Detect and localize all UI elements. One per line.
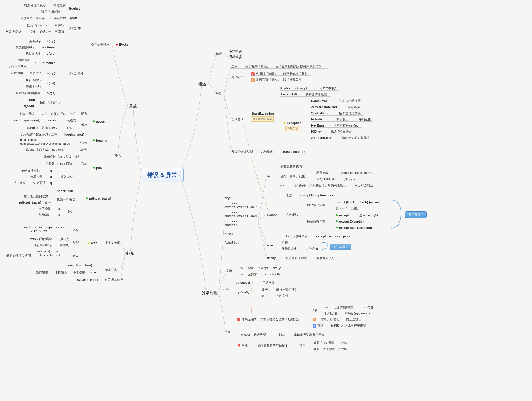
cmds: 调试器命令	[69, 71, 84, 76]
else-b1: 执行语句	[306, 247, 318, 251]
pdb-in3d: 结束调试	[33, 181, 45, 185]
raise-e: raise Exception('')	[68, 263, 94, 267]
ps2a: 捕获	[279, 333, 285, 337]
try-ps-a: 语句块中「异常发生点」后的剩余语句	[294, 183, 346, 188]
ins1: 任意 Python 代码	[27, 23, 50, 27]
w-p1d: 执行完	[60, 237, 69, 241]
base-exc: BaseException	[252, 111, 274, 116]
pdb-mode1: 以参数 -m pdb 启动	[45, 162, 72, 166]
c-quit-d: 退出调试器	[25, 52, 41, 56]
raise-t: 抛出异常	[105, 267, 117, 272]
common-types: 常见类型	[231, 118, 244, 122]
c-help-d: 命令列表	[29, 39, 41, 43]
vs2: try-finally	[235, 290, 249, 295]
ps1-3d: 被捕捉 or 造成主程序报错	[331, 323, 366, 328]
ps3a: 处理并忽略所有错误！	[257, 344, 288, 348]
except-b2a: except	[336, 213, 349, 218]
c-next: n(ext)	[47, 81, 55, 85]
raise-a: 不带参数	[73, 270, 85, 274]
w-eg2: 保证文件可以关闭	[6, 253, 31, 258]
ps1: 1如果无法将「异常」交给合适的「处理器」	[237, 317, 300, 321]
ps1-eg2: 同时没有	[325, 311, 337, 316]
pst-c1: 查看变量	[39, 207, 51, 211]
as-expr1: assert expression[, arguments]	[12, 118, 57, 122]
finally: finally	[267, 256, 276, 260]
ke-d: 访问不存在的 Key	[334, 123, 358, 128]
ps1-3-text: 直到	[317, 324, 323, 327]
as-eg: e.g.	[67, 125, 72, 130]
zde-d: 除零错误	[348, 105, 360, 109]
ps1-text: 如果无法将「异常」交给合适的「处理器」	[242, 318, 300, 321]
try-a: 需要监测的代码	[280, 164, 302, 169]
exc: Exception	[283, 121, 302, 125]
exc-info-d: 获取异常信息	[105, 278, 123, 282]
else: else	[267, 243, 273, 248]
phase2: 2调用不同「操作」	[251, 78, 280, 82]
ps1-eg2d: 不加参数的 except	[345, 311, 370, 316]
ioe-d: 输入 / 输出错误	[331, 130, 352, 134]
as-expr: 表达式	[67, 118, 76, 122]
as-j1d: 则发生异常	[20, 112, 35, 116]
syntax-err: 语法错误	[229, 49, 242, 53]
pdb: pdb	[92, 166, 102, 170]
pst-c2: 继续运行	[39, 213, 51, 217]
ne: NameError	[311, 99, 327, 103]
other: 其他	[114, 153, 121, 158]
except-b1b: 放入一个「元组」	[336, 206, 360, 211]
pdb-in3: 退出程序	[13, 181, 26, 185]
try: try	[267, 174, 271, 178]
base-note: 所有异常的基类	[251, 116, 274, 122]
try-ps: p.s.	[280, 183, 285, 188]
except-a1: except Exception [as var]	[300, 193, 338, 197]
ioe: IOError	[311, 130, 322, 134]
c-cont-d: 恢复程序执行	[16, 45, 34, 50]
c-step: s(tep)	[47, 71, 55, 75]
c-args-d: 显示当前函数参数	[16, 91, 40, 95]
pp2: 出现异常后	[50, 16, 66, 20]
c-help: h(elp)	[47, 39, 55, 43]
ps2b: 该错误类型及所有子类	[294, 333, 325, 337]
inherit: 都继承自	[261, 150, 273, 154]
vs: vs	[226, 287, 229, 291]
branch-overview: 概述	[198, 81, 206, 87]
except-a: 语法	[286, 193, 292, 197]
try-b1: 层层比较	[316, 171, 329, 175]
ki: KeyboardInterrupt	[280, 86, 307, 90]
vs2b: 维持一致的行为	[276, 288, 298, 292]
branch-supplement: 补充	[126, 251, 134, 256]
as-judge: 判定	[70, 112, 76, 116]
ps3b: 可以	[299, 344, 306, 348]
exception: 异常	[216, 92, 222, 96]
c-step-a: 函数调用	[11, 71, 23, 75]
ins2b: 各个「栈帧」中	[30, 29, 52, 34]
c-break-a1: number	[18, 58, 29, 62]
error: 错误	[216, 52, 222, 56]
ps3c2: 捕获「所有异常」并处理	[313, 347, 347, 351]
pst: pdb.set_trace()	[85, 197, 111, 201]
log-info-d: 允许配置「记录信息」级别	[20, 132, 57, 137]
ins2c: 可查看	[55, 29, 64, 34]
ps2: except + 错误类型	[241, 333, 266, 337]
as-use: 使用	[81, 122, 87, 127]
c-next-b: 前进下一行	[26, 84, 41, 88]
finally-b: 最后都要执行	[316, 256, 335, 260]
def: 定义	[231, 64, 237, 69]
pd2: 调用「调试器」	[41, 10, 63, 14]
try-b: 若有「异常」发生	[280, 174, 305, 178]
as-j1: 为假	[41, 112, 48, 116]
c-args: a(rgs)	[47, 91, 55, 95]
pd1d: 直接跳到	[53, 4, 66, 8]
def-b: 在「正常控制流」以外采取的行为	[276, 64, 322, 69]
except-b: 几种用法	[286, 213, 298, 217]
pdb-in1: 单步执行代码	[21, 169, 40, 173]
se: SystemExit	[280, 92, 297, 97]
ins2a: 对象 & 数据	[6, 29, 22, 34]
ae-d: 访问未知的对象属性	[342, 136, 370, 140]
pst-set2d: 放一个	[44, 200, 54, 205]
pdb-in2d: p	[50, 175, 52, 179]
flow: 流程	[226, 269, 232, 273]
ctx: 上下文管理	[105, 241, 120, 245]
base2: BaseException	[283, 150, 305, 154]
log-level: 级别	[80, 148, 87, 152]
logic-err: 逻辑错误	[229, 55, 242, 59]
